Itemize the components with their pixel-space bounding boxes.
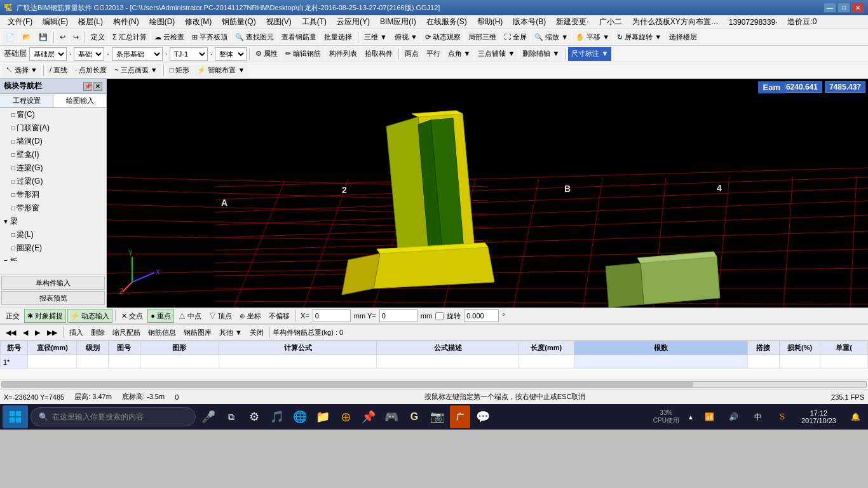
tree-item-beam[interactable]: □梁(L) [0, 228, 106, 241]
layer-dropdown[interactable]: 基础层 [29, 47, 67, 61]
nav-next-btn[interactable]: ▶ [32, 325, 43, 339]
maximize-button[interactable]: □ [837, 3, 850, 13]
ime-icon[interactable]: 中 [748, 405, 768, 428]
menu-item------S-[interactable]: 在线服务(S) [421, 15, 472, 29]
intersect-btn[interactable]: ✕ 交点 [118, 309, 146, 323]
find-elem-btn[interactable]: 🔍 查找图元 [232, 30, 277, 44]
menu-item-----B-[interactable]: 版本号(B) [508, 15, 551, 29]
vertex-btn[interactable]: ▽ 顶点 [206, 309, 235, 323]
midpoint-btn[interactable]: ● 重点 [147, 309, 174, 323]
menu-item------[interactable]: 新建变更· [551, 15, 593, 29]
menu-item------XY-----[interactable]: 为什么筏板XY方向布置… [627, 15, 724, 29]
antivirus-icon[interactable]: S [772, 405, 792, 428]
tree-item-window[interactable]: □窗(C) [0, 108, 106, 121]
rotate-checkbox[interactable] [435, 312, 444, 320]
tab-project-setup[interactable]: 工程设置 [0, 94, 53, 107]
menu-item----M-[interactable]: 修改(M) [180, 15, 217, 29]
taskbar-glodon-icon[interactable]: 广 [450, 405, 470, 428]
floor-type-dropdown[interactable]: 基础 [74, 47, 104, 61]
other-btn[interactable]: 其他 ▼ [216, 325, 245, 339]
rebar-info-btn[interactable]: 钢筋信息 [145, 325, 179, 339]
taskbar-camera-icon[interactable]: 📷 [427, 405, 447, 428]
tab-drawing-input[interactable]: 绘图输入 [53, 94, 106, 107]
partial-3d-btn[interactable]: 局部三维 [465, 30, 499, 44]
taskbar-explorer-icon[interactable]: 📁 [313, 405, 333, 428]
pan-btn[interactable]: ✋ 平移 ▼ [573, 30, 613, 44]
expand-tray-btn[interactable]: ▲ [686, 405, 696, 428]
report-preview-btn[interactable]: 报表预览 [1, 291, 105, 305]
comp-list-btn[interactable]: 构件列表 [326, 47, 360, 61]
menu-item----V-[interactable]: 视图(V) [261, 15, 297, 29]
edit-rebar-btn[interactable]: ✏ 编辑钢筋 [282, 47, 324, 61]
3d-btn[interactable]: 三维 ▼ [361, 30, 390, 44]
tree-item-wall-hole[interactable]: □墙洞(D) [0, 135, 106, 148]
taskbar-social-icon[interactable]: 💬 [473, 405, 493, 428]
delete-row-btn[interactable]: 删除 [88, 325, 108, 339]
taskbar-game-icon[interactable]: 🎮 [381, 405, 402, 428]
notification-btn[interactable]: 🔔 [845, 405, 865, 428]
tree-item-conn-beam[interactable]: □连梁(G) [0, 161, 106, 175]
taskbar-pin1-icon[interactable]: 📌 [358, 405, 379, 428]
dim-mark-btn[interactable]: 尺寸标注 ▼ [568, 47, 611, 61]
taskbar-search[interactable]: 🔍 在这里输入你要搜索的内容 [31, 407, 196, 426]
menu-item-BIM---I-[interactable]: BIM应用(I) [375, 15, 421, 29]
taskbar-browser-icon[interactable]: ⊕ [336, 405, 356, 428]
define-btn[interactable]: 定义 [88, 30, 108, 44]
zoom-btn[interactable]: 🔍 缩放 ▼ [531, 30, 571, 44]
cell-desc[interactable] [377, 355, 519, 369]
comp-name-dropdown[interactable]: TJ-1 [170, 47, 208, 61]
menu-item----[interactable]: 广小二 [594, 15, 627, 29]
taskbar-G-icon[interactable]: G [404, 405, 424, 428]
close-button[interactable]: ✕ [851, 3, 864, 13]
tree-item-over-beam[interactable]: □过梁(G) [0, 175, 106, 188]
three-arc-btn[interactable]: ~ 三点画弧 ▼ [111, 64, 160, 78]
three-point-axis-btn[interactable]: 三点辅轴 ▼ [475, 47, 518, 61]
x-input[interactable] [313, 309, 351, 322]
nav-last-btn[interactable]: ▶▶ [44, 325, 60, 339]
coord-btn[interactable]: ⊕ 坐标 [236, 309, 264, 323]
scale-rebar-btn[interactable]: 缩尺配筋 [109, 325, 144, 339]
h-scrollbar-thumb[interactable] [2, 382, 693, 387]
dynamic-input-btn[interactable]: ⚡ 动态输入 [67, 309, 112, 323]
align-top-btn[interactable]: ⊞ 平齐板顶 [189, 30, 231, 44]
menu-item----F-[interactable]: 文件(F) [3, 15, 37, 29]
comp-type-dropdown[interactable]: 条形基础 [112, 47, 163, 61]
properties-btn[interactable]: ⚙ 属性 [252, 47, 281, 61]
top-view-btn[interactable]: 俯视 ▼ [391, 30, 421, 44]
taskbar-task-view-icon[interactable]: ⧉ [221, 405, 241, 428]
tree-item-band-hole[interactable]: □带形洞 [0, 188, 106, 201]
obj-snap-btn[interactable]: ✱ 对象捕捉 [24, 309, 66, 323]
cell-unit-weight[interactable] [820, 355, 868, 369]
pick-comp-btn[interactable]: 拾取构件 [362, 47, 396, 61]
rotate-input[interactable] [464, 309, 499, 322]
fullscreen-btn[interactable]: ⛶ 全屏 [501, 30, 530, 44]
cell-formula[interactable] [219, 355, 376, 369]
volume-icon[interactable]: 🔊 [724, 405, 744, 428]
menu-item----N-[interactable]: 构件(N) [108, 15, 144, 29]
menu-item-----0[interactable]: 造价豆:0 [782, 15, 822, 29]
menu-item----L-[interactable]: 楼层(L) [73, 15, 108, 29]
save-btn[interactable]: 💾 [36, 30, 51, 44]
center-btn[interactable]: △ 中点 [175, 309, 205, 323]
viewport[interactable]: A 2 B 4 A1 X Y Z 236240.641 7485.437 Eam [107, 79, 868, 308]
taskbar-cortana-icon[interactable]: 🎤 [198, 405, 219, 428]
start-button[interactable] [3, 405, 28, 428]
cell-fig-num[interactable] [109, 355, 140, 369]
tree-item-band-window[interactable]: □带形窗 [0, 201, 106, 215]
smart-layout-btn[interactable]: ⚡ 智能布置 ▼ [194, 64, 248, 78]
tree-item-beam-group[interactable]: ▼梁 [0, 215, 106, 228]
tree-item-slab-group[interactable]: ▼板 [0, 255, 106, 261]
cell-length[interactable] [519, 355, 574, 369]
batch-sel-btn[interactable]: 批量选择 [321, 30, 355, 44]
taskbar-clock[interactable]: 17:12 2017/10/23 [796, 409, 841, 424]
cell-grade[interactable] [77, 355, 109, 369]
nav-first-btn[interactable]: ◀◀ [3, 325, 19, 339]
redo-btn[interactable]: ↪ [70, 30, 82, 44]
menu-item-----Y-[interactable]: 云应用(Y) [332, 15, 375, 29]
menu-item----H-[interactable]: 帮助(H) [472, 15, 508, 29]
taskbar-app3-icon[interactable]: 🌐 [290, 405, 310, 428]
point-len-btn[interactable]: · 点加长度 [72, 64, 110, 78]
menu-item-13907298339-[interactable]: 13907298339· [724, 17, 783, 28]
no-offset-btn[interactable]: 不偏移 [266, 309, 293, 323]
sidebar-pin-btn[interactable]: 📌 [83, 82, 92, 91]
